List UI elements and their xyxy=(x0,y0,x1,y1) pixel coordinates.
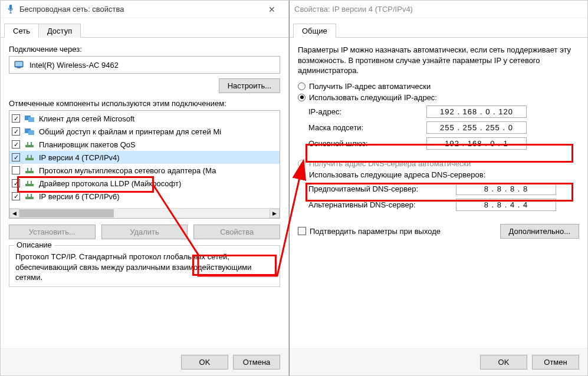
network-protocol-icon xyxy=(24,152,37,163)
dns2-label: Альтернативный DNS-сервер: xyxy=(308,200,456,209)
svg-rect-19 xyxy=(25,184,34,186)
ok-button-left[interactable]: OK xyxy=(181,355,228,370)
radio-dns-manual[interactable]: Использовать следующие адреса DNS-сервер… xyxy=(298,170,579,179)
network-protocol-icon xyxy=(24,113,37,124)
mic-icon xyxy=(5,4,16,15)
radio-dns-auto: Получить адрес DNS-сервера автоматически xyxy=(298,159,579,168)
checkbox-icon[interactable] xyxy=(12,166,20,174)
svg-rect-14 xyxy=(27,155,28,158)
svg-rect-15 xyxy=(31,155,32,158)
tab-general[interactable]: Общие xyxy=(293,24,336,38)
svg-rect-11 xyxy=(27,142,28,145)
svg-rect-13 xyxy=(25,158,34,160)
install-button[interactable]: Установить... xyxy=(9,225,96,239)
intro-text: Параметры IP можно назначать автоматичес… xyxy=(298,45,579,76)
svg-rect-10 xyxy=(25,145,34,147)
svg-rect-18 xyxy=(31,168,32,171)
component-item[interactable]: Клиент для сетей Microsoft xyxy=(9,112,280,125)
checkbox-icon[interactable] xyxy=(12,127,20,136)
radio-icon xyxy=(298,160,306,167)
component-item[interactable]: IP версии 4 (TCP/IPv4) xyxy=(9,151,280,164)
content-left: Подключение через: Intel(R) Wireless-AC … xyxy=(1,38,288,294)
remove-button[interactable]: Удалить xyxy=(101,225,188,239)
dns2-input[interactable]: 8 . 8 . 4 . 4 xyxy=(456,199,556,211)
cancel-button-right[interactable]: Отмен xyxy=(532,355,579,370)
checkbox-icon[interactable] xyxy=(12,192,20,200)
component-label: IP версии 4 (TCP/IPv4) xyxy=(39,153,120,162)
advanced-button[interactable]: Дополнительно... xyxy=(500,224,579,239)
svg-rect-17 xyxy=(27,168,28,171)
component-label: Общий доступ к файлам и принтерам для се… xyxy=(39,127,221,136)
radio-icon xyxy=(298,94,306,101)
description-text: Протокол TCP/IP. Стандартный протокол гл… xyxy=(15,252,274,283)
tab-network[interactable]: Сеть xyxy=(4,24,39,38)
component-item[interactable]: Общий доступ к файлам и принтерам для се… xyxy=(9,125,280,138)
ok-button-right[interactable]: OK xyxy=(480,355,527,370)
component-label: IP версии 6 (TCP/IPv6) xyxy=(39,192,120,201)
cancel-button-left[interactable]: Отмена xyxy=(233,355,280,370)
network-protocol-icon xyxy=(24,191,37,202)
description-title: Описание xyxy=(14,240,54,249)
scroll-left-arrow[interactable]: ◀ xyxy=(9,209,19,218)
component-item[interactable]: Протокол мультиплексора сетевого адаптер… xyxy=(9,164,280,177)
svg-rect-4 xyxy=(15,62,22,66)
titlebar-right: Свойства: IP версии 4 (TCP/IPv4) xyxy=(290,1,587,18)
titlebar-left: Беспроводная сеть: свойства ✕ xyxy=(1,1,288,18)
radio-ip-auto[interactable]: Получить IP-адрес автоматически xyxy=(298,82,579,91)
subnet-mask-input[interactable]: 255 . 255 . 255 . 0 xyxy=(426,121,527,134)
radio-dns-auto-label: Получить адрес DNS-сервера автоматически xyxy=(309,159,471,168)
component-label: Драйвер протокола LLDP (Майкрософт) xyxy=(39,179,181,188)
tabs-left: Сеть Доступ xyxy=(1,18,288,38)
confirm-on-exit-label: Подтвердить параметры при выходе xyxy=(310,227,441,236)
radio-ip-manual[interactable]: Использовать следующий IP-адрес: xyxy=(298,93,579,102)
tab-access[interactable]: Доступ xyxy=(38,24,81,38)
component-label: Протокол мультиплексора сетевого адаптер… xyxy=(39,166,216,175)
svg-rect-24 xyxy=(31,194,32,197)
dns1-input[interactable]: 8 . 8 . 8 . 8 xyxy=(456,183,556,195)
ip-address-label: IP-адрес: xyxy=(308,107,426,116)
components-label: Отмеченные компоненты используются этим … xyxy=(9,99,280,108)
svg-rect-23 xyxy=(27,194,28,197)
scrollbar-horizontal[interactable]: ◀ ▶ xyxy=(9,208,280,218)
ipv4-properties-window: Свойства: IP версии 4 (TCP/IPv4) Общие П… xyxy=(289,0,588,376)
network-protocol-icon xyxy=(24,126,37,137)
svg-rect-20 xyxy=(27,181,28,184)
checkbox-icon[interactable] xyxy=(12,153,20,161)
confirm-on-exit-checkbox[interactable]: Подтвердить параметры при выходе xyxy=(298,227,500,236)
svg-rect-5 xyxy=(17,67,21,68)
scroll-right-arrow[interactable]: ▶ xyxy=(270,209,280,218)
properties-button[interactable]: Свойства xyxy=(193,225,280,239)
checkbox-icon[interactable] xyxy=(12,140,20,149)
checkbox-icon[interactable] xyxy=(12,114,20,123)
radio-icon xyxy=(298,83,306,90)
svg-rect-7 xyxy=(28,117,34,122)
component-label: Планировщик пакетов QoS xyxy=(39,140,136,149)
component-item[interactable]: Планировщик пакетов QoS xyxy=(9,138,280,151)
gateway-label: Основной шлюз: xyxy=(308,139,426,148)
ip-address-input[interactable]: 192 . 168 . 0 . 120 xyxy=(426,105,527,118)
subnet-mask-label: Маска подсети: xyxy=(308,123,426,132)
svg-rect-16 xyxy=(25,171,34,173)
component-item[interactable]: IP версии 6 (TCP/IPv6) xyxy=(9,190,280,203)
radio-ip-auto-label: Получить IP-адрес автоматически xyxy=(309,82,431,91)
component-item[interactable]: Драйвер протокола LLDP (Майкрософт) xyxy=(9,177,280,190)
components-list: Клиент для сетей MicrosoftОбщий доступ к… xyxy=(9,110,280,219)
radio-icon xyxy=(298,171,306,179)
close-icon[interactable]: ✕ xyxy=(260,5,284,14)
scroll-thumb[interactable] xyxy=(19,209,114,217)
checkbox-icon xyxy=(298,227,306,235)
wireless-properties-window: Беспроводная сеть: свойства ✕ Сеть Досту… xyxy=(0,0,289,376)
svg-rect-12 xyxy=(31,142,32,145)
checkbox-icon[interactable] xyxy=(12,179,20,187)
adapter-box[interactable]: Intel(R) Wireless-AC 9462 xyxy=(9,56,280,74)
configure-button[interactable]: Настроить... xyxy=(219,78,280,93)
component-label: Клиент для сетей Microsoft xyxy=(39,114,134,123)
radio-dns-manual-label: Использовать следующие адреса DNS-сервер… xyxy=(309,170,485,179)
dns1-label: Предпочитаемый DNS-сервер: xyxy=(308,184,456,193)
svg-rect-21 xyxy=(31,181,32,184)
network-protocol-icon xyxy=(24,139,37,150)
gateway-input[interactable]: 192 . 168 . 0 . 1 xyxy=(426,137,527,150)
monitor-icon xyxy=(14,60,26,70)
svg-rect-9 xyxy=(28,130,34,135)
adapter-name: Intel(R) Wireless-AC 9462 xyxy=(29,61,119,70)
